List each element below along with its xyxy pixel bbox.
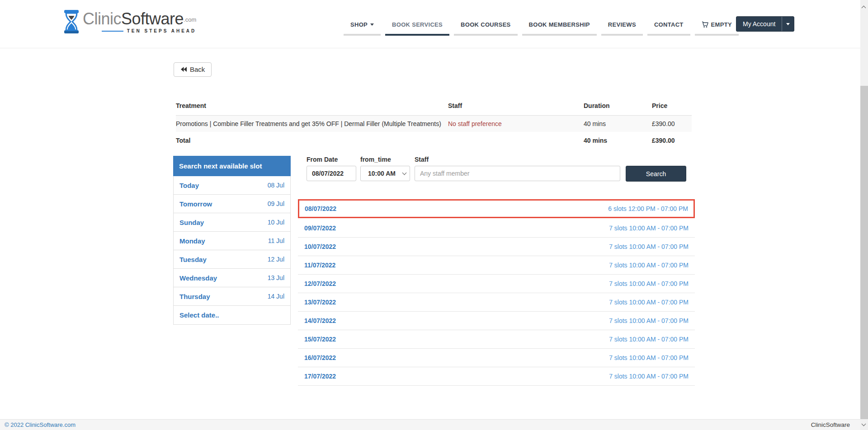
staff-input[interactable] <box>415 166 620 181</box>
brand-word-part2: Software <box>121 9 184 28</box>
cart-icon <box>702 21 708 28</box>
booking-summary-table: Treatment Staff Duration Price Promotion… <box>176 99 692 149</box>
slot-date: 08/07/2022 <box>305 205 336 212</box>
slot-date: 11/07/2022 <box>304 262 335 269</box>
nav-item-label: BOOK SERVICES <box>392 21 443 28</box>
from-time-label: from_time <box>360 156 410 163</box>
footer-copyright-link[interactable]: © 2022 ClinicSoftware.com <box>5 421 75 428</box>
col-header-treatment: Treatment <box>176 102 448 109</box>
nav-item-contact[interactable]: CONTACT <box>647 21 690 36</box>
slot-info: 7 slots 10:00 AM - 07:00 PM <box>609 224 689 232</box>
slot-date: 10/07/2022 <box>304 243 336 250</box>
scrollbar-thumb[interactable] <box>860 86 868 419</box>
slot-row-08-07-2022-selected[interactable]: 08/07/20226 slots 12:00 PM - 07:00 PM <box>298 199 695 218</box>
main-nav: SHOP BOOK SERVICES BOOK COURSES BOOK MEM… <box>344 0 739 48</box>
nav-item-label: BOOK MEMBERSHIP <box>529 21 590 28</box>
nav-item-label: CONTACT <box>654 21 684 28</box>
quick-dates-list: Today08 JulTomorrow09 JulSunday10 JulMon… <box>173 176 291 325</box>
quick-dates-header: Search next available slot <box>173 156 291 176</box>
nav-item-book-services[interactable]: BOOK SERVICES <box>385 21 449 36</box>
slot-info: 7 slots 10:00 AM - 07:00 PM <box>609 317 689 324</box>
nav-item-label: EMPTY <box>711 21 732 28</box>
from-time-group: from_time 10:00 AM <box>360 156 410 181</box>
account-split-button: My Account <box>736 16 794 32</box>
quick-date-select-date[interactable]: Select date.. <box>174 306 290 324</box>
quick-date-thursday[interactable]: Thursday14 Jul <box>174 287 290 306</box>
total-label: Total <box>176 137 448 144</box>
treatment-staff: No staff preference <box>448 120 584 127</box>
footer: © 2022 ClinicSoftware.com ClinicSoftware <box>0 419 868 430</box>
quick-date-tomorrow[interactable]: Tomorrow09 Jul <box>174 195 290 213</box>
nav-item-book-courses[interactable]: BOOK COURSES <box>454 21 518 36</box>
total-row: Total 40 mins £390.00 <box>176 132 692 149</box>
quick-date-monday[interactable]: Monday11 Jul <box>174 232 290 250</box>
back-button[interactable]: Back <box>174 62 212 77</box>
treatment-duration: 40 mins <box>584 120 652 127</box>
treatment-price: £390.00 <box>652 120 692 127</box>
quick-date-value: 11 Jul <box>268 237 284 244</box>
quick-date-value: 08 Jul <box>268 182 284 189</box>
quick-date-value: 09 Jul <box>268 200 284 207</box>
slot-row-16-07-2022[interactable]: 16/07/20227 slots 10:00 AM - 07:00 PM <box>298 349 695 367</box>
quick-date-day: Select date.. <box>179 311 219 319</box>
slot-date: 14/07/2022 <box>304 317 336 324</box>
slot-row-11-07-2022[interactable]: 11/07/20227 slots 10:00 AM - 07:00 PM <box>298 256 695 275</box>
nav-item-shop[interactable]: SHOP <box>344 21 381 36</box>
slot-row-17-07-2022[interactable]: 17/07/20227 slots 10:00 AM - 07:00 PM <box>298 367 695 386</box>
scrollbar[interactable] <box>860 0 868 430</box>
from-date-group: From Date <box>307 156 356 181</box>
slot-date: 17/07/2022 <box>304 373 336 380</box>
slot-date: 09/07/2022 <box>304 224 336 232</box>
fast-backward-icon <box>180 66 187 72</box>
quick-date-day: Tuesday <box>179 256 207 263</box>
booking-table-header-row: Treatment Staff Duration Price <box>176 99 692 116</box>
slot-info: 7 slots 10:00 AM - 07:00 PM <box>609 262 689 269</box>
slot-row-10-07-2022[interactable]: 10/07/20227 slots 10:00 AM - 07:00 PM <box>298 238 695 256</box>
col-header-staff: Staff <box>448 102 584 109</box>
slot-info: 6 slots 12:00 PM - 07:00 PM <box>608 205 688 212</box>
search-button[interactable]: Search <box>626 166 686 182</box>
scrollbar-up-icon[interactable] <box>862 3 865 11</box>
brand-tagline-line <box>102 31 123 32</box>
slot-row-09-07-2022[interactable]: 09/07/20227 slots 10:00 AM - 07:00 PM <box>298 219 695 238</box>
quick-date-sunday[interactable]: Sunday10 Jul <box>174 213 290 232</box>
from-date-input[interactable] <box>307 166 356 181</box>
brand-logo[interactable]: ClinicSoftware.com TEN STEPS AHEAD <box>63 10 196 35</box>
from-time-select[interactable]: 10:00 AM <box>360 166 410 181</box>
quick-date-value: 10 Jul <box>268 219 284 226</box>
caret-down-icon <box>786 23 790 25</box>
quick-date-wednesday[interactable]: Wednesday13 Jul <box>174 269 290 287</box>
quick-date-day: Thursday <box>179 293 210 300</box>
brand-tagline: TEN STEPS AHEAD <box>127 28 197 33</box>
treatment-name: Promotions | Combine Filler Treatments a… <box>176 120 448 127</box>
slot-info: 7 slots 10:00 AM - 07:00 PM <box>609 299 689 306</box>
quick-date-tuesday[interactable]: Tuesday12 Jul <box>174 250 290 269</box>
account-button[interactable]: My Account <box>736 17 782 31</box>
slot-date: 12/07/2022 <box>304 280 336 287</box>
slot-row-13-07-2022[interactable]: 13/07/20227 slots 10:00 AM - 07:00 PM <box>298 293 695 312</box>
staff-label: Staff <box>415 156 620 163</box>
back-button-label: Back <box>190 65 205 73</box>
slot-row-12-07-2022[interactable]: 12/07/20227 slots 10:00 AM - 07:00 PM <box>298 275 695 293</box>
total-price: £390.00 <box>652 137 692 144</box>
slot-info: 7 slots 10:00 AM - 07:00 PM <box>609 354 689 361</box>
treatment-row: Promotions | Combine Filler Treatments a… <box>176 116 692 132</box>
col-header-price: Price <box>652 102 692 109</box>
slot-list: 08/07/20226 slots 12:00 PM - 07:00 PM09/… <box>298 199 695 386</box>
quick-date-today[interactable]: Today08 Jul <box>174 176 290 195</box>
slot-info: 7 slots 10:00 AM - 07:00 PM <box>609 373 689 380</box>
footer-brand: ClinicSoftware <box>811 421 850 428</box>
quick-date-day: Tomorrow <box>179 200 212 208</box>
slot-row-14-07-2022[interactable]: 14/07/20227 slots 10:00 AM - 07:00 PM <box>298 312 695 330</box>
account-caret-button[interactable] <box>782 17 794 31</box>
header: ClinicSoftware.com TEN STEPS AHEAD SHOP … <box>0 0 868 48</box>
nav-item-book-membership[interactable]: BOOK MEMBERSHIP <box>522 21 597 36</box>
nav-item-cart-empty[interactable]: EMPTY <box>695 21 739 36</box>
slot-row-15-07-2022[interactable]: 15/07/20227 slots 10:00 AM - 07:00 PM <box>298 330 695 349</box>
scrollbar-down-icon[interactable] <box>862 419 865 427</box>
slot-date: 16/07/2022 <box>304 354 336 361</box>
quick-dates-panel: Search next available slot Today08 JulTo… <box>173 156 291 325</box>
nav-item-reviews[interactable]: REVIEWS <box>601 21 643 36</box>
page: ClinicSoftware.com TEN STEPS AHEAD SHOP … <box>0 0 868 430</box>
quick-date-day: Monday <box>179 237 205 245</box>
